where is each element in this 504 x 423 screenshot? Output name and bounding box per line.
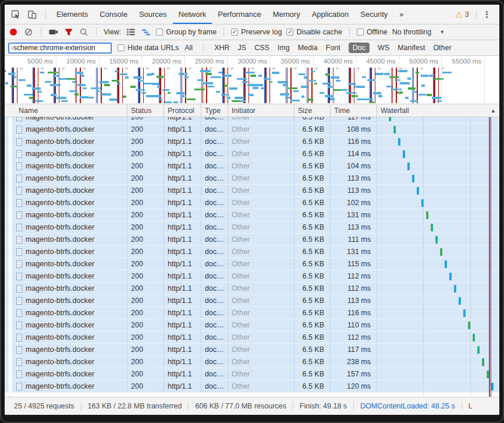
table-row[interactable]: magento-btrfs.docker200http/1.1doc…Other… [5,344,499,356]
camera-icon[interactable] [48,27,59,37]
overview-mark [416,72,419,74]
cell-protocol: http/1.1 [164,148,201,160]
waterfall-bar [431,224,433,231]
disable-cache-checkbox[interactable]: Disable cache [286,28,342,36]
cell-size: 6.5 KB [294,117,330,123]
filter-funnel-icon[interactable] [63,27,74,37]
table-row[interactable]: magento-btrfs.docker200http/1.1doc…Other… [5,270,499,283]
kebab-menu-icon[interactable]: ⋮ [479,9,495,20]
tab-elements[interactable]: Elements [51,5,94,24]
inspect-icon[interactable] [10,9,21,20]
cell-status: 200 [127,234,164,245]
show-overview-icon[interactable] [141,27,151,37]
column-header-name[interactable]: Name [5,104,127,117]
overview-mark [154,95,161,97]
group-by-frame-checkbox[interactable]: Group by frame [156,28,216,36]
table-row[interactable]: magento-btrfs.docker200http/1.1doc…Other… [5,307,499,319]
clear-icon[interactable] [23,27,34,37]
table-row[interactable]: magento-btrfs.docker200http/1.1doc…Other… [5,197,499,209]
cell-time: 117 ms [330,344,377,355]
cell-time: 102 ms [330,197,377,209]
column-header-size[interactable]: Size [294,104,330,117]
cell-waterfall [377,160,499,172]
table-row[interactable]: magento-btrfs.docker200http/1.1doc…Other… [5,295,499,307]
filter-type-js[interactable]: JS [238,44,247,52]
overview-mark [314,83,317,85]
search-icon[interactable] [79,27,89,37]
hide-data-urls-checkbox[interactable]: Hide data URLs [118,44,179,52]
preserve-log-checkbox[interactable]: Preserve log [231,28,282,36]
filter-type-all[interactable]: All [184,44,193,52]
table-row[interactable]: magento-btrfs.docker200http/1.1doc…Other… [5,148,499,160]
tab-overflow[interactable]: » [393,5,409,24]
record-icon[interactable] [8,27,19,37]
filter-type-css[interactable]: CSS [254,44,269,52]
tab-sources[interactable]: Sources [133,5,173,24]
request-name: magento-btrfs.docker [26,248,94,256]
cell-size: 6.5 KB [294,172,330,184]
table-row[interactable]: magento-btrfs.docker200http/1.1doc…Other… [5,246,499,258]
warning-badge[interactable]: ⚠ 3 [450,10,474,19]
network-overview-minimap[interactable]: 5000 ms10000 ms15000 ms20000 ms25000 ms3… [5,56,499,104]
tab-security[interactable]: Security [354,5,393,24]
overview-mark [384,73,390,75]
table-row[interactable]: magento-btrfs.docker200http/1.1doc…Other… [5,117,499,124]
filter-type-img[interactable]: Img [278,44,290,52]
large-rows-icon[interactable] [126,27,136,37]
column-header-protocol[interactable]: Protocol [164,104,201,117]
filter-type-manifest[interactable]: Manifest [397,44,425,52]
overview-mark [67,78,75,80]
table-row[interactable]: magento-btrfs.docker200http/1.1doc…Other… [5,356,499,368]
table-row[interactable]: magento-btrfs.docker200http/1.1doc…Other… [5,368,499,380]
overview-mark [40,72,44,74]
table-row[interactable]: magento-btrfs.docker200http/1.1doc…Other… [5,332,499,344]
overview-mark [235,97,244,99]
overview-mark [80,96,88,98]
cell-waterfall [377,148,499,160]
table-row[interactable]: magento-btrfs.docker200http/1.1doc…Other… [5,380,499,393]
table-row[interactable]: magento-btrfs.docker200http/1.1doc…Other… [5,136,499,148]
table-row[interactable]: magento-btrfs.docker200http/1.1doc…Other… [5,185,499,197]
tab-network[interactable]: Network [173,5,212,24]
table-row[interactable]: magento-btrfs.docker200http/1.1doc…Other… [5,209,499,221]
table-row[interactable]: magento-btrfs.docker200http/1.1doc…Other… [5,258,499,270]
table-row[interactable]: magento-btrfs.docker200http/1.1doc…Other… [5,283,499,295]
table-row[interactable]: magento-btrfs.docker200http/1.1doc…Other… [5,160,499,172]
column-header-waterfall[interactable]: Waterfall▲ [377,104,499,117]
column-header-type[interactable]: Type [201,104,228,117]
offline-checkbox[interactable]: Offline [357,28,388,36]
request-name: magento-btrfs.docker [26,346,94,354]
cell-status: 200 [127,307,164,319]
filter-type-font[interactable]: Font [326,44,340,52]
overview-mark [112,80,119,82]
column-header-status[interactable]: Status [127,104,164,117]
table-row[interactable]: magento-btrfs.docker200http/1.1doc…Other… [5,221,499,234]
filter-type-doc[interactable]: Doc [349,43,370,53]
table-row[interactable]: magento-btrfs.docker200http/1.1doc…Other… [5,234,499,246]
filter-type-ws[interactable]: WS [378,44,389,52]
tab-memory[interactable]: Memory [267,5,306,24]
cell-initiator: Other [228,124,294,135]
cell-status: 200 [127,319,164,331]
column-header-time[interactable]: Time [330,104,377,117]
table-row[interactable]: magento-btrfs.docker200http/1.1doc…Other… [5,172,499,185]
throttling-select[interactable]: No throttling ▼ [392,28,445,36]
overview-mark [104,68,107,69]
tab-console[interactable]: Console [94,5,133,24]
cell-name: magento-btrfs.docker [5,160,127,172]
tab-performance[interactable]: Performance [212,5,267,24]
requests-table-header: NameStatusProtocolTypeInitiatorSizeTimeW… [5,104,499,117]
overview-mark [27,84,31,87]
filter-type-other[interactable]: Other [433,44,451,52]
table-row[interactable]: magento-btrfs.docker200http/1.1doc…Other… [5,319,499,332]
device-toolbar-icon[interactable] [27,9,37,20]
filter-input[interactable] [8,43,112,54]
tab-application[interactable]: Application [306,5,355,24]
filter-type-xhr[interactable]: XHR [214,44,229,52]
cell-time: 113 ms [330,295,377,306]
table-row[interactable]: magento-btrfs.docker200http/1.1doc…Other… [5,124,499,136]
column-header-initiator[interactable]: Initiator [228,104,294,117]
overview-mark [125,68,128,69]
cell-initiator: Other [228,368,294,380]
filter-type-media[interactable]: Media [298,44,318,52]
